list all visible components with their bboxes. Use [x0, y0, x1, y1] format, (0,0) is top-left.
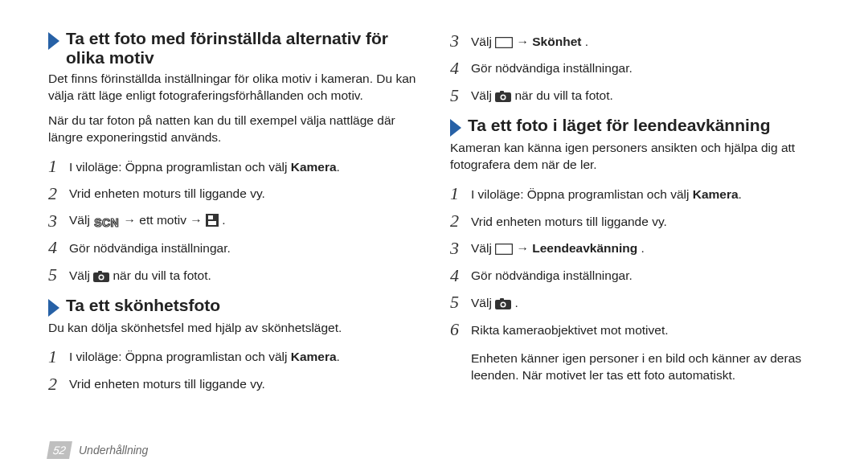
list-item: 1 I viloläge: Öppna programlistan och vä… — [48, 154, 418, 179]
step-text: Välj när du vill ta fotot. — [69, 267, 418, 285]
list-item: 3 Välj SCN → ett motiv → . — [48, 209, 418, 234]
list-item: 5 Välj . — [450, 290, 820, 315]
step-text: Gör nödvändiga inställningar. — [69, 240, 418, 257]
section-1-para-1: Det finns förinställda inställningar för… — [48, 71, 418, 104]
step-number: 2 — [450, 209, 471, 234]
list-item: 3 Välj → Leendeavkänning . — [450, 236, 820, 261]
step-number: 6 — [450, 317, 471, 342]
scn-mode-icon: SCN — [93, 215, 120, 231]
step-text: Gör nödvändiga inställningar. — [471, 59, 820, 77]
step-number: 1 — [48, 154, 69, 179]
mode-box-icon — [495, 244, 513, 255]
camera-icon — [495, 298, 511, 309]
right-column: 3 Välj → Skönhet . 4 Gör nödvändiga inst… — [450, 24, 820, 426]
page-footer: 52 Underhållning — [0, 434, 868, 466]
svg-rect-8 — [496, 37, 513, 47]
save-disk-icon — [206, 214, 219, 227]
list-item: 6 Rikta kameraobjektivet mot motivet. — [450, 317, 820, 342]
camera-icon — [93, 271, 109, 282]
step-number: 3 — [450, 236, 471, 261]
step-text: Gör nödvändiga inställningar. — [471, 267, 820, 285]
page-content: Ta ett foto med förinställda alternativ … — [0, 0, 868, 434]
left-column: Ta ett foto med förinställda alternativ … — [48, 24, 418, 426]
section-2-steps: 1 I viloläge: Öppna programlistan och vä… — [48, 345, 418, 397]
chevron-right-icon — [450, 119, 461, 137]
step-number: 1 — [450, 182, 471, 207]
svg-point-17 — [502, 303, 505, 306]
footer-section-name: Underhållning — [79, 444, 148, 457]
step-text: Välj SCN → ett motiv → . — [69, 211, 418, 231]
step-text: Välj . — [471, 294, 820, 312]
step-number: 2 — [48, 372, 69, 397]
step-number: 5 — [48, 263, 69, 288]
chevron-right-icon — [48, 32, 59, 50]
section-3-para-1: Kameran kan känna igen personers ansikte… — [450, 140, 820, 174]
svg-rect-3 — [208, 221, 216, 225]
list-item: 2 Vrid enheten moturs till liggande vy. — [48, 372, 418, 397]
step-number: 3 — [48, 209, 69, 234]
list-item: 1 I viloläge: Öppna programlistan och vä… — [48, 345, 418, 370]
list-item: 4 Gör nödvändiga inställningar. — [48, 236, 418, 260]
section-3-title: Ta ett foto i läget för leendeavkänning — [468, 116, 771, 135]
list-item: 4 Gör nödvändiga inställningar. — [450, 56, 820, 81]
list-item: 4 Gör nödvändiga inställningar. — [450, 264, 820, 289]
camera-icon — [495, 91, 511, 102]
section-1-steps: 1 I viloläge: Öppna programlistan och vä… — [48, 154, 418, 288]
step-number: 4 — [450, 56, 471, 81]
step-number: 1 — [48, 345, 69, 370]
step-text: I viloläge: Öppna programlistan och välj… — [471, 186, 820, 203]
list-item: 1 I viloläge: Öppna programlistan och vä… — [450, 182, 820, 207]
step-text: Välj → Leendeavkänning . — [471, 240, 820, 257]
svg-rect-5 — [98, 271, 102, 273]
step-text: Vrid enheten moturs till liggande vy. — [69, 185, 418, 203]
list-item: 2 Vrid enheten moturs till liggande vy. — [48, 182, 418, 207]
svg-rect-13 — [496, 244, 513, 255]
section-1-para-2: När du tar foton på natten kan du till e… — [48, 113, 418, 146]
svg-point-12 — [502, 96, 505, 99]
svg-rect-2 — [213, 215, 215, 219]
step-text: I viloläge: Öppna programlistan och välj… — [69, 158, 418, 176]
svg-rect-10 — [500, 91, 504, 93]
step-number: 3 — [450, 29, 471, 54]
section-3-heading: Ta ett foto i läget för leendeavkänning — [450, 116, 820, 137]
page-number: 52 — [47, 441, 72, 459]
chevron-right-icon — [48, 299, 59, 317]
step-text: Rikta kameraobjektivet mot motivet. — [471, 322, 820, 339]
step-number: 5 — [450, 290, 471, 315]
step-number: 2 — [48, 182, 69, 207]
step-text: I viloläge: Öppna programlistan och välj… — [69, 348, 418, 366]
list-item: 2 Vrid enheten moturs till liggande vy. — [450, 209, 820, 234]
section-3-steps: 1 I viloläge: Öppna programlistan och vä… — [450, 182, 820, 342]
list-item: 5 Välj när du vill ta fotot. — [48, 263, 418, 288]
section-1-title: Ta ett foto med förinställda alternativ … — [66, 29, 418, 68]
list-item: 5 Välj när du vill ta fotot. — [450, 84, 820, 109]
svg-point-7 — [100, 276, 103, 279]
mode-box-icon — [495, 37, 513, 48]
section-2-heading: Ta ett skönhetsfoto — [48, 296, 418, 317]
section-2-steps-continued: 3 Välj → Skönhet . 4 Gör nödvändiga inst… — [450, 29, 820, 108]
section-1-heading: Ta ett foto med förinställda alternativ … — [48, 29, 418, 68]
svg-rect-15 — [500, 298, 504, 301]
section-2-title: Ta ett skönhetsfoto — [66, 296, 220, 315]
section-3-para-2: Enheten känner igen personer i en bild o… — [471, 350, 820, 384]
step-text: Välj → Skönhet . — [471, 33, 820, 51]
step-number: 5 — [450, 84, 471, 109]
step-text: Vrid enheten moturs till liggande vy. — [471, 213, 820, 231]
step-number: 4 — [48, 236, 69, 260]
step-text: Vrid enheten moturs till liggande vy. — [69, 375, 418, 393]
section-2-para-1: Du kan dölja skönhetsfel med hjälp av sk… — [48, 320, 418, 337]
step-text: Välj när du vill ta fotot. — [471, 87, 820, 104]
step-number: 4 — [450, 264, 471, 289]
list-item: 3 Välj → Skönhet . — [450, 29, 820, 54]
